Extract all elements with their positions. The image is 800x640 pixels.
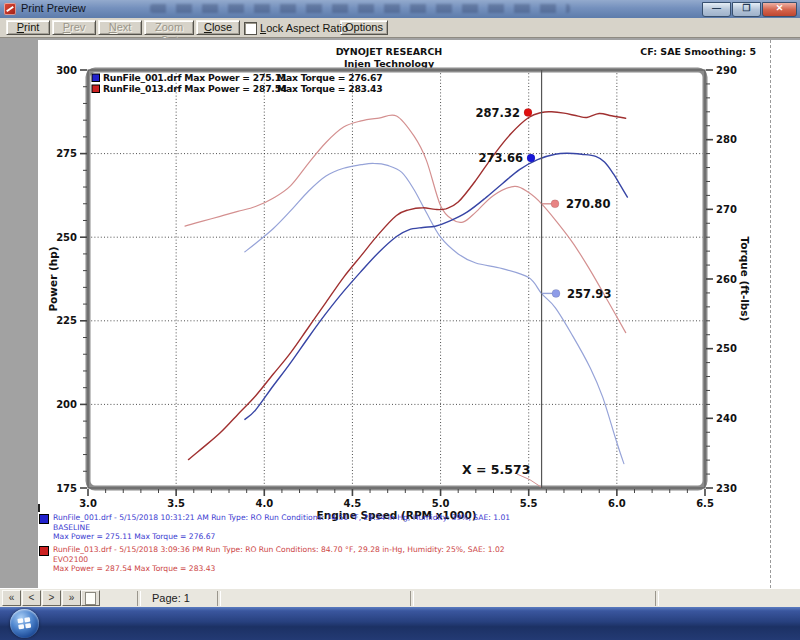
text-cursor	[38, 504, 40, 512]
restore-button[interactable]: ❐	[732, 2, 761, 17]
run2-max-values: Max Power = 287.54 Max Torque = 283.43	[53, 564, 505, 574]
run2-swatch-icon	[39, 546, 49, 556]
right-axis-tick-label: 230	[716, 483, 737, 494]
plot-frame	[88, 70, 705, 488]
taskbar: e 7	[0, 607, 800, 640]
run1-swatch-icon	[39, 514, 49, 524]
left-axis-tick-label: 200	[56, 399, 77, 410]
lock-aspect-ratio-checkbox[interactable]	[244, 22, 257, 35]
preview-page: DYNOJET RESEARCH Injen Technology CF: SA…	[38, 40, 800, 588]
last-page-button[interactable]: »	[62, 590, 81, 606]
windows-flag-icon	[10, 609, 39, 638]
print-button[interactable]: Print	[6, 20, 50, 35]
minimize-button[interactable]: —	[702, 2, 731, 17]
data-point-value-label: 257.93	[567, 287, 611, 301]
right-axis-tick-label: 250	[716, 343, 737, 354]
statusbar-divider	[137, 591, 141, 606]
series-line-runfile_013-power	[189, 112, 626, 460]
data-point-value-label: 273.66	[479, 151, 523, 165]
data-point-marker	[551, 200, 559, 208]
series-line-runfile_013-torque	[185, 115, 626, 333]
right-axis-tick-label: 260	[716, 274, 737, 285]
data-point-marker	[527, 154, 535, 162]
left-axis-title: Power (hp)	[47, 246, 59, 311]
bottom-axis-tick-label: 6.0	[608, 498, 626, 509]
legend-swatch-icon	[92, 85, 100, 93]
bottom-axis-tick-label: 5.0	[432, 498, 450, 509]
run2-conditions: RunFile_013.drf - 5/15/2018 3:09:36 PM R…	[53, 545, 505, 555]
run1-max-values: Max Power = 275.11 Max Torque = 276.67	[53, 532, 510, 542]
status-bar: Page: 1 «<>»	[0, 588, 800, 608]
window-title: Print Preview	[21, 2, 86, 14]
bottom-axis-tick-label: 5.5	[520, 498, 538, 509]
toolbar: PrintPrevNextZoom OutCloseOptionsLock As…	[0, 18, 800, 38]
next-button[interactable]: Next	[98, 20, 142, 35]
left-axis-tick-label: 225	[56, 315, 77, 326]
page-icon	[85, 592, 96, 605]
left-axis-tick-label: 250	[56, 232, 77, 243]
close-button[interactable]: ✕	[762, 2, 797, 17]
left-axis-tick-label: 275	[56, 148, 77, 159]
bottom-axis-tick-label: 6.5	[696, 498, 714, 509]
start-button[interactable]	[10, 609, 39, 638]
bottom-axis-tick-label: 3.5	[167, 498, 185, 509]
statusbar-divider	[655, 591, 659, 606]
legend-power-label: RunFile_001.drf Max Power = 275.11	[103, 72, 287, 83]
right-axis-tick-label: 290	[716, 65, 737, 76]
run-info-block-1: RunFile_001.drf - 5/15/2018 10:31:21 AM …	[53, 513, 510, 542]
bottom-axis-tick-label: 3.0	[79, 498, 97, 509]
data-point-value-label: 270.80	[566, 197, 610, 211]
data-point-value-label: 287.32	[476, 106, 520, 120]
next-page-button[interactable]: >	[42, 590, 61, 606]
title-bar: Print Preview — ❐ ✕	[0, 0, 800, 19]
prev-button[interactable]: Prev	[52, 20, 96, 35]
lock-aspect-ratio-label: Lock Aspect Ratio	[260, 22, 348, 34]
screen: { "window": { "title": "Print Preview" }…	[0, 0, 800, 640]
legend-torque-label: Max Torque = 276.67	[277, 72, 382, 83]
run2-label: EVO2100	[53, 555, 505, 565]
left-axis-tick-label: 175	[56, 483, 77, 494]
right-axis-tick-label: 270	[716, 204, 737, 215]
run-info-block-2: RunFile_013.drf - 5/15/2018 3:09:36 PM R…	[53, 545, 505, 574]
app-icon	[4, 3, 16, 15]
first-page-button[interactable]: «	[2, 590, 21, 606]
statusbar-divider	[410, 591, 414, 606]
legend-torque-label: Max Torque = 283.43	[277, 83, 382, 94]
statusbar-divider	[217, 591, 221, 606]
left-axis-tick-label: 300	[56, 65, 77, 76]
run1-label: BASELINE	[53, 523, 510, 533]
zoom-out-button[interactable]: Zoom Out	[144, 20, 194, 35]
data-point-marker	[552, 289, 560, 297]
preview-area: DYNOJET RESEARCH Injen Technology CF: SA…	[0, 38, 800, 588]
run1-conditions: RunFile_001.drf - 5/15/2018 10:31:21 AM …	[53, 513, 510, 523]
bottom-axis-tick-label: 4.5	[344, 498, 362, 509]
legend-power-label: RunFile_013.drf Max Power = 287.54	[103, 83, 287, 94]
right-axis-title: Torque (ft-lbs)	[739, 237, 751, 322]
bottom-axis-tick-label: 4.0	[255, 498, 273, 509]
data-point-marker	[524, 108, 532, 116]
title-ghost-text	[150, 4, 570, 13]
right-axis-tick-label: 280	[716, 134, 737, 145]
page-setup-button[interactable]	[81, 590, 100, 606]
legend-swatch-icon	[92, 74, 100, 82]
close-button[interactable]: Close	[196, 20, 240, 35]
right-axis-tick-label: 240	[716, 413, 737, 424]
plot-border	[88, 70, 705, 488]
dyno-chart-svg: 1752002252502753002302402502602702802903…	[38, 40, 800, 588]
prev-page-button[interactable]: <	[22, 590, 41, 606]
page-number-label: Page: 1	[152, 592, 190, 604]
